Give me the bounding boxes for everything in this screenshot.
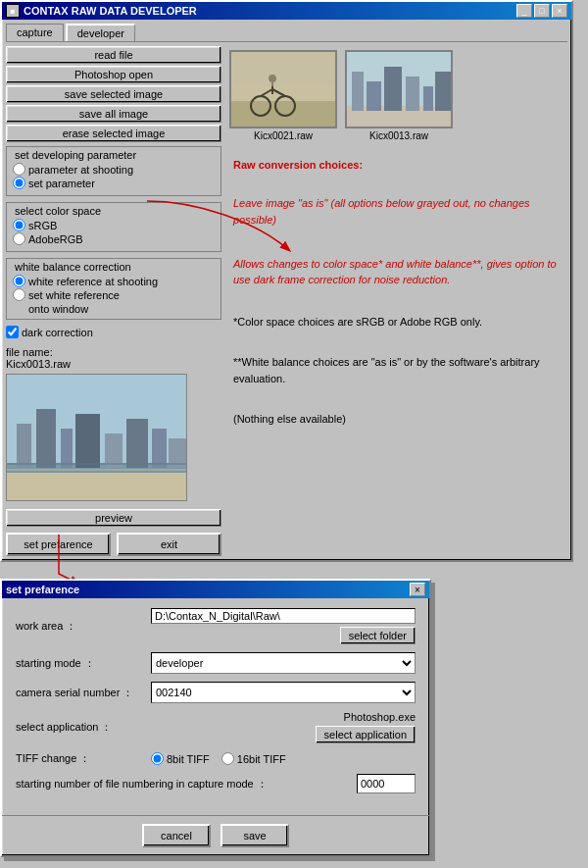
erase-selected-button[interactable]: erase selected image: [6, 125, 221, 142]
svg-rect-24: [231, 52, 337, 86]
tiff-16bit-option[interactable]: 16bit TIFF: [221, 752, 286, 765]
work-area-input[interactable]: [151, 608, 416, 624]
app-icon: ■: [6, 4, 20, 18]
dialog-cancel-button[interactable]: cancel: [142, 824, 211, 847]
info-bullet1: Leave image "as is" (all options below g…: [233, 195, 560, 228]
thumbnail-building[interactable]: Kicx0013.raw: [345, 50, 453, 141]
exit-button[interactable]: exit: [117, 533, 221, 556]
dialog-save-button[interactable]: save: [220, 824, 289, 847]
select-app-label: select application ：: [16, 720, 143, 735]
main-window: ■ CONTAX RAW DATA DEVELOPER _ □ × captur…: [0, 0, 573, 562]
file-name-value: Kicx0013.raw: [6, 358, 221, 370]
photoshop-open-button[interactable]: Photoshop open: [6, 66, 221, 83]
tab-capture[interactable]: capture: [6, 24, 64, 41]
main-content: read file Photoshop open save selected i…: [2, 42, 571, 560]
camera-serial-row: camera serial number ： 002140: [16, 682, 416, 703]
dialog-close-button[interactable]: ×: [410, 583, 425, 596]
wb-shooting-radio[interactable]: [13, 275, 25, 287]
tiff-16bit-radio[interactable]: [221, 752, 234, 765]
preview-button[interactable]: preview: [6, 509, 221, 527]
svg-rect-2: [17, 424, 31, 468]
wb-set-option[interactable]: set white reference: [13, 288, 215, 301]
dialog-bottom-buttons: cancel save: [2, 815, 429, 855]
info-note2: **White balance choices are "as is" or b…: [233, 354, 560, 386]
info-bullet2: Allows changes to color space* and white…: [233, 256, 560, 288]
svg-rect-34: [435, 72, 453, 111]
svg-rect-30: [384, 67, 402, 111]
svg-rect-32: [423, 86, 433, 111]
color-space-radios: sRGB AdobeRGB: [13, 219, 215, 245]
read-file-button[interactable]: read file: [6, 46, 221, 64]
developing-params-box: set developing parameter parameter at sh…: [6, 146, 221, 196]
dialog-title-text: set prefarence: [6, 584, 79, 595]
work-area-controls: select folder: [151, 608, 416, 644]
svg-rect-14: [7, 473, 187, 501]
preview-svg: [7, 375, 187, 501]
param-set-radio[interactable]: [13, 177, 25, 189]
left-panel: read file Photoshop open save selected i…: [6, 46, 221, 556]
info-title: Raw conversion choices:: [233, 157, 560, 174]
camera-serial-select[interactable]: 002140: [151, 682, 416, 703]
title-bar-buttons: _ □ ×: [516, 4, 567, 18]
color-space-legend: select color space: [13, 205, 103, 217]
save-selected-button[interactable]: save selected image: [6, 85, 221, 103]
wb-shooting-option[interactable]: white reference at shooting: [13, 275, 215, 287]
thumb-building-svg: [347, 52, 453, 128]
onto-window-text: onto window: [13, 303, 215, 315]
tiff-change-label: TIFF change ：: [16, 751, 143, 766]
set-preference-dialog: set prefarence × work area ： select fold…: [0, 579, 431, 857]
adobe-rgb-option[interactable]: AdobeRGB: [13, 232, 215, 245]
thumb-bike-label: Kicx0021.raw: [254, 130, 313, 141]
srgb-radio[interactable]: [13, 219, 25, 231]
param-shooting-option[interactable]: parameter at shooting: [13, 163, 215, 176]
svg-rect-8: [105, 434, 122, 468]
select-application-button[interactable]: select application: [316, 726, 416, 743]
dialog-body: work area ： select folder starting mode …: [2, 598, 429, 811]
dialog-title-bar: set prefarence ×: [2, 581, 429, 598]
close-button[interactable]: ×: [552, 4, 567, 18]
save-all-button[interactable]: save all image: [6, 105, 221, 123]
starting-mode-row: starting mode ： developercapture: [16, 652, 416, 674]
svg-rect-27: [352, 72, 364, 111]
color-space-box: select color space sRGB AdobeRGB: [6, 202, 221, 252]
bottom-buttons: set prefarence exit: [6, 533, 221, 556]
maximize-button[interactable]: □: [534, 4, 550, 18]
thumb-bike-img: [229, 50, 337, 128]
app-name-text: Photoshop.exe: [344, 711, 416, 723]
svg-rect-31: [406, 77, 419, 111]
thumbnail-bike[interactable]: Kicx0021.raw: [229, 50, 337, 141]
tab-developer[interactable]: developer: [66, 24, 135, 41]
window-title: CONTAX RAW DATA DEVELOPER: [24, 5, 197, 17]
file-name-label: file name:: [6, 346, 221, 358]
select-app-row: select application ： Photoshop.exe selec…: [16, 711, 416, 743]
right-panel: Kicx0021.raw: [225, 46, 567, 556]
set-preference-button[interactable]: set prefarence: [6, 533, 111, 556]
dark-correction-option[interactable]: dark correction: [6, 326, 221, 338]
thumbnails-row: Kicx0021.raw: [225, 46, 567, 145]
file-numbering-row: starting number of file numbering in cap…: [16, 774, 416, 793]
work-area-row: work area ： select folder: [16, 608, 416, 644]
info-area: Raw conversion choices: Leave image "as …: [225, 149, 567, 438]
tiff-8bit-option[interactable]: 8bit TIFF: [151, 752, 210, 765]
white-balance-box: white balance correction white reference…: [6, 258, 221, 320]
select-folder-button[interactable]: select folder: [340, 627, 416, 644]
thumb-building-label: Kicx0013.raw: [369, 130, 428, 141]
svg-rect-13: [7, 463, 187, 465]
developing-params-legend: set developing parameter: [13, 149, 138, 161]
select-app-controls: Photoshop.exe select application: [151, 711, 416, 743]
starting-mode-select[interactable]: developercapture: [151, 652, 416, 674]
file-numbering-input[interactable]: [357, 774, 416, 793]
file-numbering-label: starting number of file numbering in cap…: [16, 777, 349, 791]
tiff-8bit-radio[interactable]: [151, 752, 164, 765]
minimize-button[interactable]: _: [516, 4, 532, 18]
svg-rect-28: [367, 81, 381, 111]
dark-correction-checkbox[interactable]: [6, 326, 19, 338]
wb-set-radio[interactable]: [13, 288, 25, 301]
param-shooting-radio[interactable]: [13, 163, 25, 176]
white-balance-legend: white balance correction: [13, 261, 133, 273]
developing-params-radios: parameter at shooting set parameter: [13, 163, 215, 189]
thumb-building-img: [345, 50, 453, 128]
param-set-option[interactable]: set parameter: [13, 177, 215, 189]
adobe-rgb-radio[interactable]: [13, 232, 25, 245]
srgb-option[interactable]: sRGB: [13, 219, 215, 231]
